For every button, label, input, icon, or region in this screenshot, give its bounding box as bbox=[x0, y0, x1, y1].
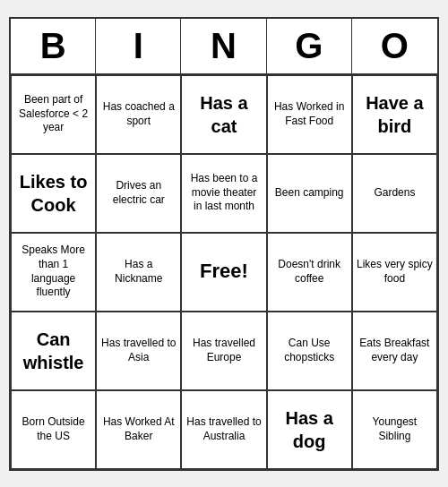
free-space[interactable]: Free! bbox=[181, 233, 266, 312]
cell-4[interactable]: Have a bird bbox=[352, 75, 437, 154]
bingo-card: BINGO Been part of Salesforce < 2 yearHa… bbox=[9, 17, 439, 471]
cell-20[interactable]: Born Outside the US bbox=[11, 390, 96, 469]
bingo-letter-i: I bbox=[96, 19, 181, 73]
cell-19[interactable]: Eats Breakfast every day bbox=[352, 312, 437, 390]
cell-5[interactable]: Likes to Cook bbox=[11, 154, 96, 233]
cell-17[interactable]: Has travelled Europe bbox=[181, 312, 266, 390]
cell-14[interactable]: Likes very spicy food bbox=[352, 233, 437, 312]
cell-21[interactable]: Has Worked At Baker bbox=[96, 390, 181, 469]
cell-24[interactable]: Youngest Sibling bbox=[352, 390, 437, 469]
cell-13[interactable]: Doesn't drink coffee bbox=[267, 233, 352, 312]
cell-10[interactable]: Speaks More than 1 language fluently bbox=[11, 233, 96, 312]
cell-15[interactable]: Can whistle bbox=[11, 312, 96, 390]
bingo-grid: Been part of Salesforce < 2 yearHas coac… bbox=[11, 75, 437, 469]
bingo-letter-g: G bbox=[267, 19, 352, 73]
cell-18[interactable]: Can Use chopsticks bbox=[267, 312, 352, 390]
cell-1[interactable]: Has coached a sport bbox=[96, 75, 181, 154]
cell-3[interactable]: Has Worked in Fast Food bbox=[267, 75, 352, 154]
cell-9[interactable]: Gardens bbox=[352, 154, 437, 233]
cell-0[interactable]: Been part of Salesforce < 2 year bbox=[11, 75, 96, 154]
bingo-letter-n: N bbox=[181, 19, 266, 73]
cell-2[interactable]: Has a cat bbox=[181, 75, 266, 154]
bingo-letter-b: B bbox=[11, 19, 96, 73]
cell-23[interactable]: Has a dog bbox=[267, 390, 352, 469]
bingo-letter-o: O bbox=[352, 19, 437, 73]
cell-16[interactable]: Has travelled to Asia bbox=[96, 312, 181, 390]
cell-22[interactable]: Has travelled to Australia bbox=[181, 390, 266, 469]
cell-7[interactable]: Has been to a movie theater in last mont… bbox=[181, 154, 266, 233]
cell-8[interactable]: Been camping bbox=[267, 154, 352, 233]
cell-11[interactable]: Has a Nickname bbox=[96, 233, 181, 312]
bingo-header: BINGO bbox=[11, 19, 437, 75]
cell-6[interactable]: Drives an electric car bbox=[96, 154, 181, 233]
